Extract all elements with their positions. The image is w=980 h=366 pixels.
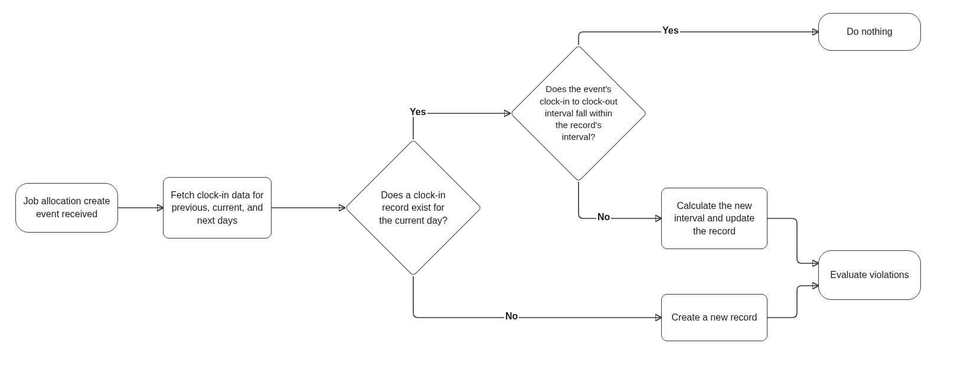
label-d1-no: No xyxy=(504,312,519,321)
node-calc-update: Calculate the new interval and update th… xyxy=(661,188,767,249)
edge-d2-no-to-calc xyxy=(579,182,661,218)
label-d1-yes: Yes xyxy=(409,107,427,117)
flowchart-canvas: Yes No Yes No Job allocation create even… xyxy=(0,0,980,366)
text-fetch: Fetch clock-in data for previous, curren… xyxy=(169,189,265,227)
node-decision-record-exists: Does a clock-in record exist for the cur… xyxy=(365,159,462,256)
edge-create-to-eval xyxy=(767,286,818,318)
edge-d2-yes-to-donothing xyxy=(579,32,818,45)
node-create-record: Create a new record xyxy=(661,294,767,341)
text-create-record: Create a new record xyxy=(672,311,757,324)
text-calc-update: Calculate the new interval and update th… xyxy=(668,200,761,238)
edge-d1-yes-to-d2 xyxy=(413,113,510,139)
text-d1: Does a clock-in record exist for the cur… xyxy=(365,159,462,256)
label-d2-yes: Yes xyxy=(661,26,680,35)
node-do-nothing: Do nothing xyxy=(818,13,921,51)
node-start: Job allocation create event received xyxy=(15,183,118,233)
node-evaluate-violations: Evaluate violations xyxy=(818,250,921,300)
edge-d1-no-to-create xyxy=(413,276,661,318)
text-eval: Evaluate violations xyxy=(830,269,909,282)
node-decision-interval-within: Does the event's clock-in to clock-out i… xyxy=(530,65,627,162)
text-do-nothing: Do nothing xyxy=(847,25,892,38)
edge-calc-to-eval xyxy=(767,218,818,263)
edges-layer xyxy=(0,0,980,366)
text-d2: Does the event's clock-in to clock-out i… xyxy=(530,65,627,162)
label-d2-no: No xyxy=(596,213,611,222)
node-fetch: Fetch clock-in data for previous, curren… xyxy=(163,177,272,238)
text-start: Job allocation create event received xyxy=(22,195,112,220)
